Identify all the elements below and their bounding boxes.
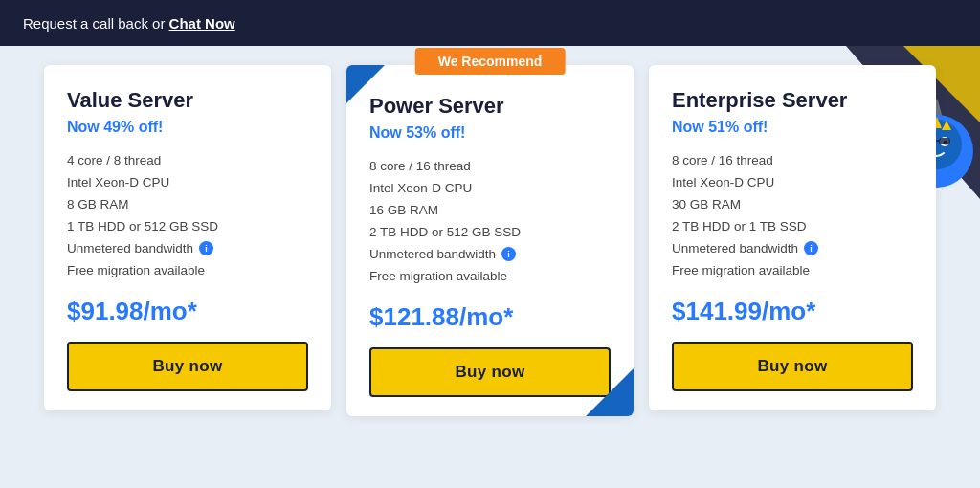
feature-text: Intel Xeon-D CPU	[369, 181, 472, 195]
pricing-card-enterprise: Enterprise Server Now 51% off! 8 core / …	[649, 65, 936, 410]
feature-item: 4 core / 8 thread	[67, 149, 308, 171]
info-icon[interactable]: i	[199, 241, 213, 255]
feature-item: 30 GB RAM	[672, 193, 913, 215]
feature-item: Free migration available	[67, 259, 308, 281]
card-discount-enterprise: Now 51% off!	[672, 119, 913, 136]
or-text: or	[152, 15, 169, 32]
feature-item: 1 TB HDD or 512 GB SSD	[67, 215, 308, 237]
pricing-card-value: Value Server Now 49% off! 4 core / 8 thr…	[44, 65, 331, 410]
card-title-enterprise: Enterprise Server	[672, 88, 913, 113]
feature-text: 8 core / 16 thread	[369, 159, 471, 173]
pricing-card-power: Power Server Now 53% off! 8 core / 16 th…	[346, 65, 634, 416]
card-container-enterprise: Enterprise Server Now 51% off! 8 core / …	[649, 65, 936, 416]
feature-text: 8 core / 16 thread	[672, 153, 773, 167]
card-features-value: 4 core / 8 thread Intel Xeon-D CPU 8 GB …	[67, 149, 308, 281]
buy-button-enterprise[interactable]: Buy now	[672, 342, 913, 391]
feature-item: 2 TB HDD or 512 GB SSD	[369, 221, 611, 243]
card-price-value: $91.98/mo*	[67, 297, 308, 326]
feature-text: 1 TB HDD or 512 GB SSD	[67, 219, 218, 233]
feature-text: Free migration available	[672, 263, 810, 277]
info-icon[interactable]: i	[501, 247, 516, 261]
feature-text: Free migration available	[67, 263, 205, 277]
feature-item: Intel Xeon-D CPU	[369, 177, 611, 199]
feature-text: Unmetered bandwidth	[67, 241, 193, 255]
feature-text: Intel Xeon-D CPU	[67, 175, 169, 189]
feature-text: 30 GB RAM	[672, 197, 741, 211]
feature-text: Unmetered bandwidth	[369, 247, 496, 261]
pricing-cards: Value Server Now 49% off! 4 core / 8 thr…	[19, 46, 961, 416]
feature-text: Free migration available	[369, 269, 507, 283]
feature-item: Unmetered bandwidth i	[672, 237, 913, 259]
feature-item: 16 GB RAM	[369, 199, 611, 221]
header-text: Request a call back or Chat Now	[23, 15, 235, 32]
card-discount-value: Now 49% off!	[67, 119, 308, 136]
feature-item: Intel Xeon-D CPU	[67, 171, 308, 193]
header-bar: Request a call back or Chat Now	[0, 0, 980, 46]
featured-corner-top-left	[346, 65, 385, 103]
featured-corner-bottom-right	[586, 368, 634, 416]
buy-button-value[interactable]: Buy now	[67, 342, 308, 391]
feature-item: Unmetered bandwidth i	[369, 243, 611, 265]
feature-text: Unmetered bandwidth	[672, 241, 798, 255]
info-icon[interactable]: i	[804, 241, 818, 255]
buy-button-power[interactable]: Buy now	[369, 347, 611, 397]
feature-text: 16 GB RAM	[369, 203, 438, 217]
feature-item: Free migration available	[672, 259, 913, 281]
main-content: Value Server Now 49% off! 4 core / 8 thr…	[0, 46, 980, 488]
request-call-text: Request a call back	[23, 15, 148, 32]
card-discount-power: Now 53% off!	[369, 124, 611, 142]
feature-text: 8 GB RAM	[67, 197, 129, 211]
feature-text: 2 TB HDD or 512 GB SSD	[369, 225, 521, 239]
feature-item: Unmetered bandwidth i	[67, 237, 308, 259]
card-container-power: We Recommend Power Server Now 53% off! 8…	[346, 65, 634, 416]
feature-text: 2 TB HDD or 1 TB SSD	[672, 219, 807, 233]
feature-item: 8 GB RAM	[67, 193, 308, 215]
feature-item: Intel Xeon-D CPU	[672, 171, 913, 193]
feature-item: 8 core / 16 thread	[672, 149, 913, 171]
recommended-badge: We Recommend	[415, 48, 566, 75]
feature-text: Intel Xeon-D CPU	[672, 175, 774, 189]
card-features-power: 8 core / 16 thread Intel Xeon-D CPU 16 G…	[369, 155, 611, 287]
card-price-power: $121.88/mo*	[369, 302, 611, 332]
feature-text: 4 core / 8 thread	[67, 153, 161, 167]
feature-item: 2 TB HDD or 1 TB SSD	[672, 215, 913, 237]
feature-item: 8 core / 16 thread	[369, 155, 611, 177]
chat-now-link[interactable]: Chat Now	[169, 15, 235, 32]
card-title-power: Power Server	[369, 94, 611, 119]
card-features-enterprise: 8 core / 16 thread Intel Xeon-D CPU 30 G…	[672, 149, 913, 281]
card-price-enterprise: $141.99/mo*	[672, 297, 913, 326]
feature-item: Free migration available	[369, 265, 611, 287]
card-container-value: Value Server Now 49% off! 4 core / 8 thr…	[44, 65, 331, 416]
card-title-value: Value Server	[67, 88, 308, 113]
